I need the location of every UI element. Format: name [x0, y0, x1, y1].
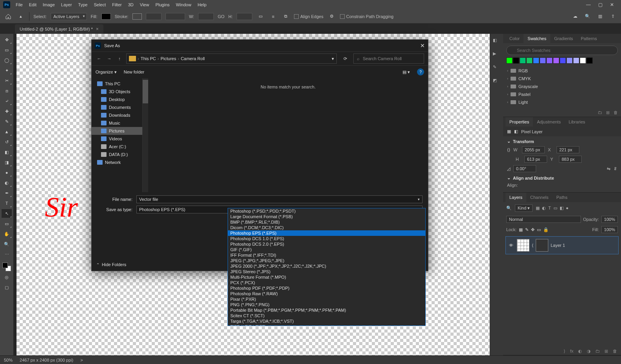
width-field[interactable] [198, 13, 214, 20]
lock-paint-icon[interactable]: ✎ [525, 227, 529, 232]
hist-icon[interactable]: ◧ [493, 38, 501, 46]
swatch-color[interactable] [573, 57, 579, 64]
height-field[interactable] [237, 13, 252, 20]
blend-mode-dropdown[interactable]: Normal [506, 216, 581, 223]
align-edges-check[interactable]: Align Edges [294, 14, 323, 19]
document-tab[interactable]: Untitled-2 @ 50% (Layer 1, RGB/8#) * × [15, 24, 103, 34]
swatch-color[interactable] [513, 57, 519, 64]
tree-item-this-pc[interactable]: This PC [92, 80, 142, 88]
group-icon[interactable]: 🗀 [595, 349, 600, 354]
tree-item-music[interactable]: Music [92, 119, 142, 127]
type-option[interactable]: PNG (*.PNG;*.PNG) [228, 302, 425, 307]
lock-nest-icon[interactable]: ▭ [537, 227, 541, 232]
hide-folders-toggle[interactable]: ⌃ Hide Folders [96, 262, 126, 267]
tree-item-documents[interactable]: Documents [92, 103, 142, 111]
opacity-field[interactable]: 100% [601, 216, 618, 223]
swatch-color[interactable] [506, 57, 513, 64]
eraser-tool[interactable]: ◧ [2, 148, 12, 156]
other-panel-icon[interactable]: ◩ [493, 78, 501, 86]
y-field[interactable]: 883 px [559, 156, 582, 163]
filter-shape-icon[interactable]: ▭ [553, 206, 557, 211]
type-option[interactable]: JPEG (*.JPG;*.JPEG;*.JPE) [228, 258, 425, 263]
lock-pos-icon[interactable]: ✥ [531, 227, 535, 232]
type-option[interactable]: Targa (*.TGA;*.VDA;*.ICB;*.VST) [228, 318, 425, 324]
swatch-color[interactable] [586, 57, 593, 64]
swatch-color[interactable] [566, 57, 573, 64]
prop-tab-libraries[interactable]: Libraries [565, 117, 589, 127]
lock-trans-icon[interactable]: ▦ [519, 227, 523, 232]
fill-field[interactable]: 100% [601, 226, 618, 233]
tree-item-data-d-[interactable]: DATA (D:) [92, 151, 142, 158]
layer-item[interactable]: 👁 ⟨ Layer 1 [505, 236, 619, 254]
height-field[interactable]: 613 px [524, 156, 547, 163]
width-field[interactable]: 2055 px [522, 146, 545, 153]
layer-name[interactable]: Layer 1 [551, 243, 565, 248]
address-bar[interactable]: › This PC › Pictures › Camera Roll ▾ [126, 53, 337, 64]
type-option[interactable]: Pixar (*.PXR) [228, 296, 425, 302]
tree-item-videos[interactable]: Videos [92, 135, 142, 143]
search-icon[interactable]: 🔍 [583, 12, 592, 21]
marquee-tool[interactable]: ▭ [2, 46, 12, 54]
type-option[interactable]: Photoshop DCS 2.0 (*.EPS) [228, 241, 425, 247]
type-option[interactable]: IFF Format (*.IFF;*.TDI) [228, 252, 425, 258]
swatch-folder-rgb[interactable]: ›RGB [506, 67, 618, 75]
flip-h-icon[interactable]: ⇋ [607, 166, 610, 171]
prop-tab-properties[interactable]: Properties [505, 117, 533, 127]
type-tool[interactable]: T [2, 199, 12, 208]
crumb-1[interactable]: Pictures [160, 56, 176, 61]
arrange-icon[interactable]: ⧉ [281, 12, 290, 21]
clone-tool[interactable]: ▲ [2, 127, 12, 136]
visibility-icon[interactable]: 👁 [509, 243, 514, 248]
close-dialog-button[interactable]: ✕ [420, 42, 425, 49]
filter-pixel-icon[interactable]: ▦ [536, 206, 540, 211]
organize-button[interactable]: Organize ▾ [96, 70, 117, 75]
filter-toggle-icon[interactable]: ● [566, 206, 569, 211]
maximize-button[interactable]: ▢ [594, 2, 606, 7]
tree-item-desktop[interactable]: Desktop [92, 96, 142, 103]
gradient-tool[interactable]: ◨ [2, 158, 12, 167]
search-box[interactable]: ⌕ Search Camera Roll [353, 53, 424, 64]
swatch-tab-color[interactable]: Color [505, 34, 524, 43]
crumb-2[interactable]: Camera Roll [181, 56, 205, 61]
new-layer-icon[interactable]: ⊞ [604, 349, 608, 354]
status-chevron[interactable]: > [80, 358, 83, 362]
hand-tool[interactable]: ✋ [2, 230, 12, 238]
tree-item-3d-objects[interactable]: 3D Objects [92, 88, 142, 96]
gear-icon[interactable]: ⚙ [327, 12, 336, 21]
menu-type[interactable]: Type [75, 1, 91, 9]
type-option[interactable]: Dicom (*.DCM;*.DC3;*.DIC) [228, 225, 425, 230]
align-section[interactable]: ⌄Align and Distribute [507, 175, 617, 180]
menu-edit[interactable]: Edit [26, 1, 40, 9]
type-option[interactable]: BMP (*.BMP;*.RLE;*.DIB) [228, 219, 425, 225]
back-button[interactable]: ← [96, 56, 103, 61]
layer-tab-paths[interactable]: Paths [553, 193, 571, 202]
wand-tool[interactable]: ✦ [2, 66, 12, 75]
type-option[interactable]: Large Document Format (*.PSB) [228, 214, 425, 219]
align-icon[interactable]: ≡ [269, 12, 277, 21]
file-list[interactable]: No items match your search. [148, 78, 428, 192]
up-button[interactable]: ↑ [116, 56, 123, 61]
dodge-tool[interactable]: ◐ [2, 178, 12, 187]
edit-toolbar[interactable]: ⋯ [2, 250, 12, 259]
file-name-input[interactable]: Vector file▾ [136, 195, 423, 203]
fill-swatch[interactable] [101, 13, 111, 20]
lock-all-icon[interactable]: 🔒 [543, 227, 549, 232]
swatch-search-input[interactable] [506, 46, 618, 55]
zoom-tool[interactable]: 🔍 [2, 240, 12, 248]
type-option[interactable]: Multi-Picture Format (*.MPO) [228, 274, 425, 280]
healing-tool[interactable]: ✚ [2, 107, 12, 116]
swatch-color[interactable] [533, 57, 539, 64]
folder-new-icon[interactable]: 🗀 [598, 110, 602, 115]
close-tab-icon[interactable]: × [96, 26, 99, 32]
stroke-style-field[interactable] [165, 13, 185, 20]
close-button[interactable]: ✕ [606, 2, 618, 7]
swatch-tab-swatches[interactable]: Swatches [524, 34, 550, 43]
forward-button[interactable]: → [106, 56, 113, 61]
screenmode-tool[interactable]: ▢ [2, 283, 12, 292]
select-dropdown[interactable]: Active Layers [51, 13, 87, 20]
menu-filter[interactable]: Filter [109, 1, 125, 9]
help-button[interactable]: ? [417, 68, 424, 75]
adj-layer-icon[interactable]: ◑ [587, 349, 591, 354]
filter-adj-icon[interactable]: ◐ [542, 206, 546, 211]
type-option[interactable]: JPEG Stereo (*.JPS) [228, 269, 425, 274]
